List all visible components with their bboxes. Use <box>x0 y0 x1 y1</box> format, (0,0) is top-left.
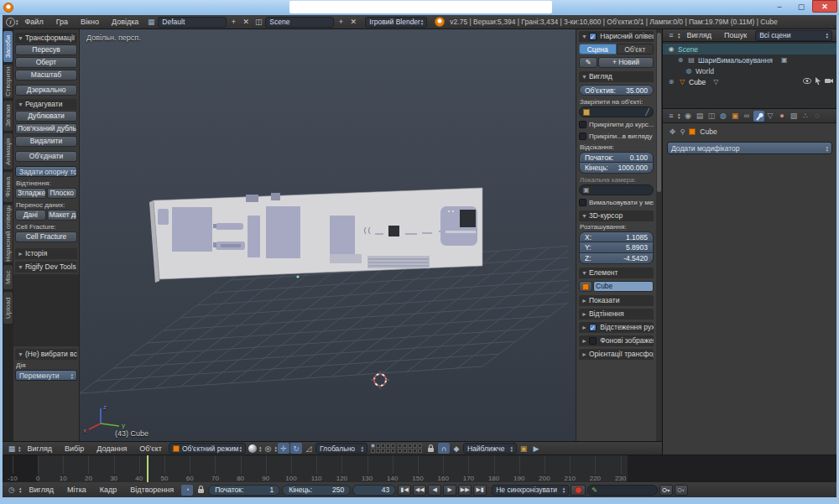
layout-add-button[interactable]: + <box>227 17 239 28</box>
pivot-dropdown[interactable]: ◎ <box>262 443 274 454</box>
panel-transform-header[interactable]: ▼Трансформації <box>15 33 77 44</box>
viewport-editor-arrows-icon[interactable]: ▴▾ <box>18 445 21 452</box>
maximize-button[interactable]: ▢ <box>790 0 812 13</box>
shade-flat-button[interactable]: Плоско <box>47 188 78 199</box>
jump-end-button[interactable]: ▶▮ <box>473 485 487 496</box>
item-name-field[interactable]: Cube <box>593 281 654 292</box>
render-opengl-icon[interactable]: ▣ <box>518 443 529 454</box>
tab-misc[interactable]: Misc <box>3 264 13 290</box>
cursor-x-field[interactable]: X:1.1085 <box>579 231 654 242</box>
lens-slider[interactable]: Об'єктив:35.000 <box>579 85 654 96</box>
properties-editor-icon[interactable]: ≡ <box>665 111 677 122</box>
panel-edit-header[interactable]: ▼Редагувати <box>15 99 77 110</box>
scene-selector[interactable]: Scene <box>265 17 334 28</box>
tab-render-icon[interactable]: ◉ <box>683 111 694 122</box>
timeline-frame-menu[interactable]: Кадр <box>94 486 123 494</box>
next-keyframe-button[interactable]: ▶▶ <box>458 485 472 496</box>
shading-panel-header[interactable]: ►Відтінення <box>579 309 654 320</box>
screen-layout-icon[interactable]: ▦ <box>145 17 157 28</box>
tab-constraints-icon[interactable]: ∞ <box>742 111 753 122</box>
visibility-eye-icon[interactable] <box>803 78 811 86</box>
menu-help[interactable]: Довідка <box>106 18 144 26</box>
panel-rigify-header[interactable]: ▼Rigify Dev Tools <box>15 262 77 273</box>
gp-new-button[interactable]: + Новий <box>598 57 654 68</box>
duplicate-button[interactable]: Дублювати <box>15 111 77 122</box>
delete-button[interactable]: Видалити <box>15 136 77 147</box>
display-panel-header[interactable]: ►Показати <box>579 295 654 306</box>
layout-selector[interactable]: Default <box>158 17 227 28</box>
panel-history-header[interactable]: ►Історія <box>15 248 77 259</box>
cell-fracture-button[interactable]: Cell Fracture <box>15 231 77 242</box>
align-view-row[interactable]: Прикріпи...в вигляду <box>579 131 654 141</box>
local-camera-field[interactable]: ▣ <box>579 184 654 195</box>
insert-keyframe-icon[interactable] <box>659 485 673 496</box>
preview-range-clock-icon[interactable]: ◔ <box>181 485 193 496</box>
shade-smooth-button[interactable]: Згладже <box>15 188 46 199</box>
timeline-ruler[interactable]: -100102030405060708090100110120130140150… <box>3 455 836 482</box>
tab-modifiers-icon[interactable] <box>753 111 764 122</box>
renderlayer-single-icon[interactable]: ▣ <box>780 56 789 64</box>
tab-particles-icon[interactable]: ∴ <box>800 111 811 122</box>
outliner-search-menu[interactable]: Пошук <box>718 31 753 39</box>
align-cursor-row[interactable]: Прикріпити до курс... <box>579 119 654 129</box>
minimize-button[interactable]: – <box>769 0 790 13</box>
outliner-filter-dropdown[interactable]: Всі сцени▴▾ <box>755 30 832 41</box>
manipulator-translate-button[interactable]: ✛ <box>278 443 289 454</box>
snap-element-icon[interactable]: ◆ <box>451 443 462 454</box>
delete-keyframe-icon[interactable] <box>675 485 688 496</box>
jump-start-button[interactable]: ▮◀ <box>398 485 411 496</box>
duplicate-linked-button[interactable]: Пов'язаний дубль <box>15 123 77 134</box>
operator-panel-header[interactable]: ▼(Не) вибрати все <box>15 349 77 360</box>
transfer-layout-button[interactable]: Макет да <box>47 210 78 221</box>
manipulator-scale-button[interactable]: ◿ <box>303 443 315 454</box>
mode-dropdown[interactable]: Об'єктний режим ▴▾ <box>169 443 246 454</box>
selectability-arrow-icon[interactable] <box>814 77 822 86</box>
scene-add-button[interactable]: + <box>335 17 347 28</box>
cursor-panel-header[interactable]: ▼3D-курсор <box>579 210 654 221</box>
play-reverse-button[interactable]: ◀ <box>428 485 441 496</box>
lock-timeline-icon[interactable] <box>195 485 206 496</box>
tab-relations[interactable]: Зв'язки <box>3 100 13 132</box>
npanel-scrollbar[interactable] <box>656 29 662 441</box>
tab-upload[interactable]: Upload <box>3 291 13 325</box>
gp-object-tab[interactable]: Об'єкт <box>617 44 654 55</box>
pin-icon[interactable]: ✥ <box>670 127 675 136</box>
render-opengl-anim-icon[interactable]: ▶ <box>530 443 542 454</box>
outliner-row-scene[interactable]: ◉ Scene <box>663 44 836 55</box>
current-frame-field[interactable]: 43 <box>352 485 396 496</box>
transfer-data-button[interactable]: Дані <box>15 210 46 221</box>
tab-object-icon[interactable]: ▣ <box>730 111 741 122</box>
view-menu[interactable]: Вигляд <box>22 444 59 453</box>
tab-physics[interactable]: Фізика <box>3 171 13 203</box>
add-menu[interactable]: Додання <box>91 444 133 453</box>
timeline-playback-menu[interactable]: Відтворення <box>124 486 180 494</box>
gp-scene-tab[interactable]: Сцена <box>579 44 617 55</box>
mirror-button[interactable]: Дзеркально <box>15 85 77 96</box>
render-border-checkbox[interactable] <box>579 199 586 206</box>
scale-button[interactable]: Масштаб <box>15 70 77 81</box>
end-frame-field[interactable]: Кінець:250 <box>282 485 351 496</box>
menu-game[interactable]: Гра <box>50 18 74 26</box>
grease-pencil-checkbox[interactable] <box>589 33 597 40</box>
snap-magnet-icon[interactable]: ∩ <box>438 443 450 454</box>
keying-set-field[interactable]: ✎ <box>587 485 658 496</box>
window-titlebar[interactable]: – ▢ ✕ <box>0 0 839 15</box>
layout-delete-button[interactable]: ✕ <box>240 17 252 28</box>
clip-end-slider[interactable]: Кінець:1000.000 <box>579 163 654 174</box>
info-editor-icon[interactable]: i <box>6 18 15 27</box>
engine-selector[interactable]: Ігровий Blender ▴▾ <box>365 17 427 28</box>
tab-grease-pencil[interactable]: Нарисний олівець <box>3 204 13 263</box>
snap-target-dropdown[interactable]: Найближче▴▾ <box>463 443 517 454</box>
scene-datablock-icon[interactable]: ◫ <box>253 17 264 28</box>
gp-pencil-icon[interactable]: ✎ <box>579 57 597 68</box>
view-panel-header[interactable]: ▼Вигляд <box>579 71 654 82</box>
sync-dropdown[interactable]: Не синхронізувати▴▾ <box>492 485 569 496</box>
viewport-editor-icon[interactable]: ▦ <box>6 443 18 454</box>
outliner-editor-icon[interactable]: ≡ <box>665 30 677 41</box>
transform-orientations-panel-header[interactable]: ►Орієнтації трансформа <box>579 349 654 360</box>
current-frame-marker[interactable] <box>147 455 149 482</box>
renderability-camera-icon[interactable] <box>825 78 833 86</box>
prev-keyframe-button[interactable]: ◀◀ <box>413 485 426 496</box>
expand-icon[interactable]: ⊕ <box>676 56 685 64</box>
select-menu[interactable]: Вибір <box>59 444 90 453</box>
